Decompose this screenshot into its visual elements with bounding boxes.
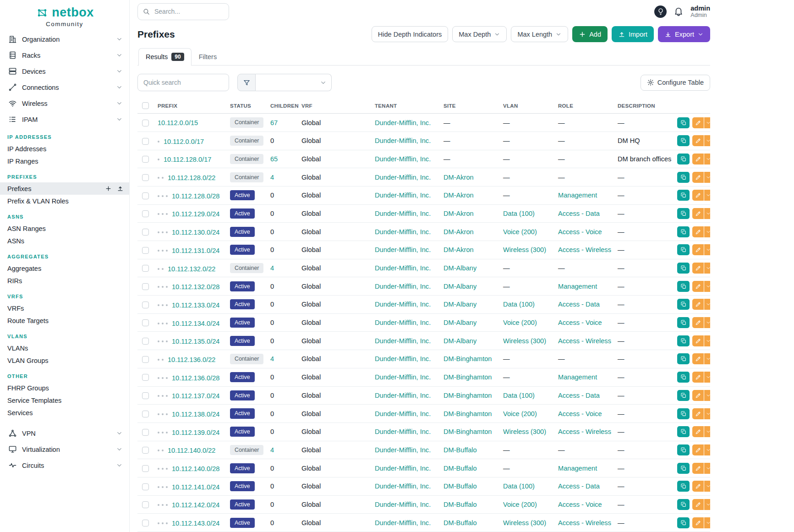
prefix-link[interactable]: 10.112.128.0/17 [164, 156, 211, 163]
role-link[interactable]: Access - Voice [558, 228, 602, 236]
site-link[interactable]: DM-Binghamton [444, 410, 492, 417]
edit-button[interactable] [692, 263, 704, 274]
role-link[interactable]: Access - Data [558, 210, 600, 217]
sidebar-item-vpn[interactable]: VPN [0, 425, 129, 441]
role-link[interactable]: Access - Data [558, 301, 600, 308]
prefix-link[interactable]: 10.112.135.0/24 [172, 338, 219, 345]
add-button[interactable]: Add [572, 26, 608, 42]
tenant-link[interactable]: Dunder-Mifflin, Inc. [375, 355, 431, 362]
sidebar-item-aggregates[interactable]: Aggregates [0, 262, 129, 274]
copy-button[interactable] [677, 299, 690, 310]
sidebar-item-vlans[interactable]: VLANs [0, 342, 129, 354]
row-checkbox[interactable] [142, 174, 149, 181]
vlan-link[interactable]: Wireless (300) [503, 337, 546, 345]
edit-dropdown-button[interactable] [704, 154, 710, 165]
vlan-link[interactable]: Wireless (300) [503, 519, 546, 527]
copy-button[interactable] [677, 172, 690, 183]
row-checkbox[interactable] [142, 229, 149, 236]
sidebar-item-rirs[interactable]: RIRs [0, 274, 129, 287]
role-link[interactable]: Access - Voice [558, 410, 602, 417]
role-link[interactable]: Management [558, 192, 597, 199]
copy-button[interactable] [677, 154, 690, 165]
edit-button[interactable] [692, 444, 704, 455]
edit-dropdown-button[interactable] [704, 444, 710, 455]
edit-button[interactable] [692, 517, 704, 528]
edit-dropdown-button[interactable] [704, 408, 710, 419]
copy-button[interactable] [677, 226, 690, 237]
role-link[interactable]: Access - Wireless [558, 428, 611, 435]
row-checkbox[interactable] [142, 429, 149, 436]
edit-button[interactable] [692, 481, 704, 492]
edit-button[interactable] [692, 190, 704, 201]
prefix-link[interactable]: 10.112.139.0/24 [172, 429, 219, 436]
copy-button[interactable] [677, 208, 690, 219]
sidebar-item-vlan-groups[interactable]: VLAN Groups [0, 354, 129, 367]
edit-dropdown-button[interactable] [704, 317, 710, 328]
copy-button[interactable] [677, 481, 690, 492]
sidebar-item-wireless[interactable]: Wireless [0, 95, 129, 111]
sidebar-item-connections[interactable]: Connections [0, 79, 129, 95]
tenant-link[interactable]: Dunder-Mifflin, Inc. [375, 428, 431, 435]
site-link[interactable]: DM-Binghamton [444, 355, 492, 362]
edit-button[interactable] [692, 172, 704, 183]
edit-button[interactable] [692, 353, 704, 364]
prefix-link[interactable]: 10.112.131.0/24 [172, 247, 219, 254]
row-checkbox[interactable] [142, 265, 149, 272]
sidebar-item-racks[interactable]: Racks [0, 47, 129, 63]
role-link[interactable]: Access - Data [558, 483, 600, 490]
sidebar-item-ipam[interactable]: IPAM [0, 111, 129, 127]
edit-button[interactable] [692, 244, 704, 255]
sidebar-item-ip-addresses[interactable]: IP Addresses [0, 143, 129, 155]
sidebar-item-ip-ranges[interactable]: IP Ranges [0, 155, 129, 167]
edit-dropdown-button[interactable] [704, 226, 710, 237]
user-menu[interactable]: admin Admin [690, 5, 710, 19]
tenant-link[interactable]: Dunder-Mifflin, Inc. [375, 410, 431, 417]
sidebar-item-circuits[interactable]: Circuits [0, 457, 129, 473]
tenant-link[interactable]: Dunder-Mifflin, Inc. [375, 119, 431, 126]
vlan-link[interactable]: Data (100) [503, 483, 535, 490]
row-checkbox[interactable] [142, 465, 149, 472]
sidebar-item-prefixes[interactable]: Prefixes [0, 182, 129, 195]
role-link[interactable]: Access - Wireless [558, 246, 611, 253]
tenant-link[interactable]: Dunder-Mifflin, Inc. [375, 337, 431, 345]
site-link[interactable]: DM-Akron [444, 246, 474, 253]
search-input[interactable] [137, 3, 229, 20]
row-checkbox[interactable] [142, 120, 149, 126]
max-length-dropdown[interactable]: Max Length [511, 26, 568, 42]
edit-button[interactable] [692, 499, 704, 510]
tenant-link[interactable]: Dunder-Mifflin, Inc. [375, 465, 431, 472]
vlan-link[interactable]: Voice (200) [503, 228, 537, 236]
export-button[interactable]: Export [658, 26, 710, 42]
copy-button[interactable] [677, 244, 690, 255]
site-link[interactable]: DM-Binghamton [444, 373, 492, 381]
tenant-link[interactable]: Dunder-Mifflin, Inc. [375, 483, 431, 490]
site-link[interactable]: DM-Buffalo [444, 501, 477, 508]
copy-button[interactable] [677, 372, 690, 383]
vlan-link[interactable]: Voice (200) [503, 410, 537, 417]
role-link[interactable]: Access - Wireless [558, 337, 611, 345]
copy-button[interactable] [677, 317, 690, 328]
sidebar-item-route-targets[interactable]: Route Targets [0, 314, 129, 327]
prefix-link[interactable]: 10.112.132.0/28 [172, 283, 219, 291]
site-link[interactable]: DM-Akron [444, 228, 474, 236]
edit-dropdown-button[interactable] [704, 499, 710, 510]
prefix-link[interactable]: 10.112.129.0/24 [172, 210, 219, 218]
edit-button[interactable] [692, 317, 704, 328]
max-depth-dropdown[interactable]: Max Depth [452, 26, 507, 42]
quick-import-icon[interactable] [117, 185, 124, 192]
role-link[interactable]: Management [558, 283, 597, 290]
hide-depth-indicators-button[interactable]: Hide Depth Indicators [372, 26, 448, 42]
row-checkbox[interactable] [142, 192, 149, 199]
row-checkbox[interactable] [142, 302, 149, 308]
edit-button[interactable] [692, 117, 704, 128]
role-link[interactable]: Management [558, 373, 597, 381]
copy-button[interactable] [677, 463, 690, 474]
row-checkbox[interactable] [142, 520, 149, 527]
edit-dropdown-button[interactable] [704, 263, 710, 274]
edit-dropdown-button[interactable] [704, 463, 710, 474]
sidebar-item-asns[interactable]: ASNs [0, 235, 129, 247]
notifications-button[interactable] [673, 6, 684, 17]
edit-button[interactable] [692, 154, 704, 165]
edit-button[interactable] [692, 372, 704, 383]
copy-button[interactable] [677, 135, 690, 146]
